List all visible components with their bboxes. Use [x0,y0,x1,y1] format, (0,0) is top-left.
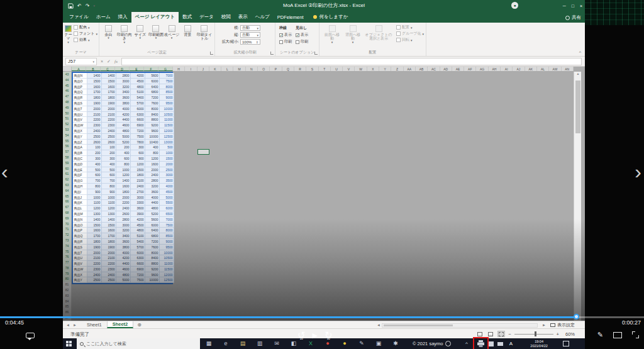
orientation-button[interactable]: 印刷の向き▾ [116,25,132,44]
printer-tray-item[interactable] [477,340,485,348]
ribbon-tab-数式[interactable]: 数式 [179,12,196,23]
vertical-scrollbar[interactable]: ▲ ▼ [574,72,581,321]
table-row[interactable]: 商品C30030060090012001500 [73,156,172,162]
size-button[interactable]: サイズ▾ [132,25,148,44]
normal-view-button[interactable] [476,331,484,337]
column-header-S[interactable]: S [306,67,318,71]
page-layout-view-button[interactable] [487,331,494,337]
worksheet[interactable]: ABCDEFGHIJKLMNOPQRSTUVWXYZAAABACADAEAFAG… [63,67,585,321]
table-row[interactable]: 商品V2200220044006600880011000 [73,261,172,267]
account-avatar[interactable]: ● [511,2,518,9]
row-header-66[interactable]: 66 [63,199,71,204]
previous-chevron-icon[interactable]: ‹ [1,160,8,184]
rotate-button[interactable]: 回転▾ [396,37,424,43]
column-header-AF[interactable]: AF [464,67,476,71]
column-header-A[interactable]: A [72,67,86,71]
table-row[interactable]: 商品F6006001200180024003000 [73,172,172,178]
table-row[interactable]: 商品S190019003800570076009500 [73,245,172,250]
row-header-52[interactable]: 52 [63,121,71,127]
column-header-U[interactable]: U [331,67,343,71]
table-row[interactable]: 商品B2002004006008001000 [73,150,172,156]
row-header-51[interactable]: 51 [63,116,71,121]
headings-view-checkbox[interactable]: 表示 [296,32,308,38]
enter-icon[interactable]: ✓ [107,59,111,64]
row-header-79[interactable]: 79 [63,271,71,277]
row-header-62[interactable]: 62 [63,177,71,182]
column-header-I[interactable]: I [185,67,197,71]
ribbon-tab-ページ レイアウト[interactable]: ページ レイアウト [131,12,179,23]
select-all-corner[interactable] [63,67,72,72]
progress-handle[interactable] [574,314,579,319]
table-row[interactable]: 商品I9009001800270036004500 [73,189,172,195]
column-header-Z[interactable]: Z [391,67,403,71]
row-header-72[interactable]: 72 [63,232,71,238]
video-progress-bar[interactable] [0,316,644,318]
column-header-AI[interactable]: AI [501,67,513,71]
edge-icon[interactable]: e [221,338,230,349]
row-header-68[interactable]: 68 [63,210,71,216]
group-button[interactable]: グループ化▾ [396,31,424,36]
new-sheet-icon[interactable]: ⊕ [137,322,142,328]
background-button[interactable]: 背景 [180,25,196,44]
column-header-H[interactable]: H [173,67,185,71]
page-break-preview-button[interactable] [497,331,505,337]
print-titles-button[interactable]: 印刷タイトル [196,25,213,44]
play-button[interactable]: ▶ [313,331,318,340]
table-row[interactable]: 商品Q170017003400510068008500 [73,233,172,239]
row-header-65[interactable]: 65 [63,194,71,199]
row-header-43[interactable]: 43 [63,72,71,77]
share-button[interactable]: 共有 [565,14,581,21]
tell-me-box[interactable]: 何をしますか [313,14,348,23]
insert-function-icon[interactable]: fx [114,59,118,64]
gridlines-view-checkbox[interactable]: 表示 [279,32,292,38]
notepad-icon[interactable]: ▣ [374,338,383,349]
column-header-G[interactable]: G [158,67,173,71]
table-row[interactable]: 商品D400400800120016002000 [73,162,172,167]
row-header-84[interactable]: 84 [63,299,71,304]
edit-pencil-icon[interactable]: ✎ [597,331,603,339]
table-row[interactable]: 商品V2200220044006600880011000 [73,117,172,123]
column-header-AM[interactable]: AM [549,67,561,71]
column-header-E[interactable]: E [130,67,144,71]
fullscreen-icon[interactable] [632,331,639,338]
scale-width-field[interactable]: 横:自動▾ [219,25,274,31]
sheet-nav-right-icon[interactable]: ► [73,323,77,327]
horizontal-scroll-thumb[interactable] [384,324,453,327]
row-header-76[interactable]: 76 [63,254,71,260]
cancel-icon[interactable]: × [101,59,103,64]
theme-fonts-button[interactable]: フォント▾ [74,31,97,36]
table-row[interactable]: 商品Y25002500500075001000012500 [73,134,172,140]
row-header-80[interactable]: 80 [63,276,71,282]
row-header-57[interactable]: 57 [63,149,71,155]
row-header-61[interactable]: 61 [63,171,71,177]
table-row[interactable]: 商品E5005001000150020002500 [73,167,172,173]
table-row[interactable]: 商品Z26002600520078001040013000 [73,140,172,145]
row-header-48[interactable]: 48 [63,99,71,105]
row-header-59[interactable]: 59 [63,160,71,166]
scroll-right-icon[interactable]: ► [542,323,546,327]
table-row[interactable]: 商品S190019003800570076009500 [73,101,172,106]
column-header-AN[interactable]: AN [562,67,574,71]
maximize-icon[interactable]: □ [572,4,574,8]
column-header-AE[interactable]: AE [452,67,464,71]
dialog-launcher-icon[interactable] [270,52,274,55]
table-row[interactable]: 商品T2000200040006000800010000 [73,106,172,112]
vertical-scroll-thumb[interactable] [575,80,580,133]
paint-icon[interactable]: ✎ [357,338,366,349]
row-header-69[interactable]: 69 [63,216,71,221]
column-header-AB[interactable]: AB [416,67,428,71]
row-header-44[interactable]: 44 [63,77,71,83]
bring-forward-button[interactable]: 前面へ移動▾ [323,25,341,44]
column-header-L[interactable]: L [221,67,233,71]
zoom-in-icon[interactable]: + [557,331,559,337]
table-row[interactable]: 商品A100100200300400500 [73,145,172,150]
row-header-67[interactable]: 67 [63,204,71,210]
mail-icon[interactable]: ✉ [272,338,281,349]
action-center-icon[interactable] [563,341,569,346]
row-header-73[interactable]: 73 [63,238,71,243]
row-header-74[interactable]: 74 [63,243,71,249]
table-row[interactable]: 商品N140014002800420056007000 [73,217,172,223]
ribbon-tab-校閲[interactable]: 校閲 [218,12,235,23]
row-header-78[interactable]: 78 [63,265,71,271]
column-header-AC[interactable]: AC [428,67,440,71]
